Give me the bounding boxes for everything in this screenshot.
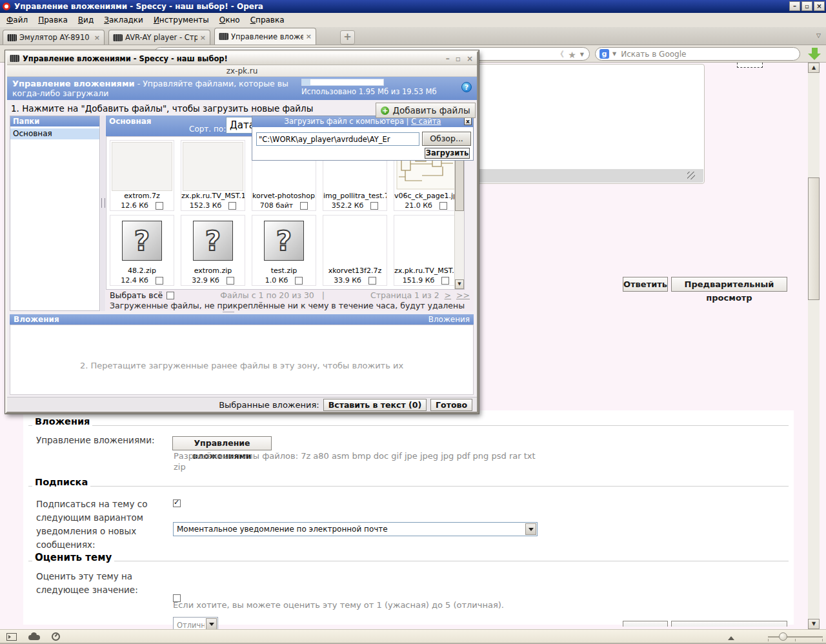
minimize-button[interactable]: –	[789, 1, 800, 11]
folder-item-main[interactable]: Основная	[10, 128, 99, 139]
browser-tab[interactable]: Управление вложениям...×	[214, 28, 316, 45]
scrollbar-thumb[interactable]	[808, 177, 820, 300]
insert-into-text-button[interactable]: Вставить в текст (0)	[323, 399, 427, 411]
opera-unite-icon[interactable]	[28, 635, 40, 640]
rating-legend: Оценить тему	[32, 552, 114, 563]
popup-header-title: Управление вложениями	[12, 79, 135, 88]
file-checkbox[interactable]	[156, 202, 163, 210]
step2-instruction: 2. Перетащите загруженные ранее файлы в …	[10, 361, 473, 370]
tab-close-icon[interactable]: ×	[200, 34, 206, 42]
menu-item[interactable]: Вид	[74, 14, 100, 26]
file-checkbox[interactable]	[295, 277, 303, 285]
search-engine-dropdown-icon[interactable]: ▼	[612, 51, 616, 57]
usage-text: Использовано 1.95 Мб из 19.53 Мб	[301, 87, 454, 96]
close-button[interactable]: ×	[814, 1, 825, 11]
file-checkbox[interactable]	[228, 202, 236, 210]
file-checkbox[interactable]	[227, 277, 234, 285]
dialog-title-separator: |	[404, 117, 411, 126]
page-scrollbar[interactable]: ▲ ▼	[808, 63, 820, 629]
done-button[interactable]: Готово	[430, 399, 472, 411]
file-name: zx.pk.ru.TV_MST.1	[394, 267, 458, 275]
folders-panel: Папки Основная	[10, 116, 100, 311]
maximize-button[interactable]: ▫	[801, 1, 812, 11]
panels-toggle-icon[interactable]	[6, 633, 17, 641]
popup-maximize-icon[interactable]: ▫	[456, 54, 461, 63]
tab-close-icon[interactable]: ×	[94, 34, 100, 42]
address-dropdown-icon[interactable]: ▼	[580, 52, 584, 57]
upload-button[interactable]: Загрузить	[425, 148, 470, 159]
file-cell[interactable]: zx.pk.ru.TV_MST.1152.3 Кб	[181, 140, 245, 211]
help-icon[interactable]: ?	[461, 82, 472, 92]
browser-tab[interactable]: Эмулятор AY-8910 на А...×	[3, 30, 105, 45]
add-files-button[interactable]: + Добавить файлы	[376, 103, 476, 118]
menu-item[interactable]: Окно	[216, 14, 247, 26]
download-arrow-icon[interactable]	[807, 46, 823, 61]
last-page-link[interactable]: >>	[456, 290, 470, 300]
browser-tab[interactable]: AVR-AY player - Страни...×	[108, 30, 210, 45]
search-field[interactable]: g ▼	[595, 47, 800, 61]
notification-select-value: Моментальное уведомление по электронной …	[177, 525, 524, 534]
notification-select[interactable]: Моментальное уведомление по электронной …	[173, 522, 538, 536]
file-checkbox[interactable]	[156, 277, 163, 285]
file-thumbnail	[112, 142, 172, 191]
subscription-checkbox[interactable]	[173, 499, 181, 507]
textarea-resize-handle[interactable]	[687, 172, 695, 179]
preview-button[interactable]: Предварительный просмотр	[671, 277, 787, 292]
file-checkbox[interactable]	[370, 202, 378, 210]
file-size: 12.6 Кб	[121, 201, 148, 210]
menu-item[interactable]: Файл	[3, 14, 34, 26]
zoom-slider-knob[interactable]	[779, 632, 787, 641]
attachments-bar-link[interactable]: Вложения	[428, 315, 470, 324]
popup-minimize-icon[interactable]: –	[446, 54, 450, 63]
files-range-text: Файлы с 1 по 20 из 30	[220, 290, 314, 300]
splitter-handle-icon[interactable]	[101, 198, 105, 208]
rss-icon[interactable]: 》	[556, 49, 564, 60]
reply-button[interactable]: Ответить	[623, 277, 668, 292]
browse-button[interactable]: Обзор...	[422, 132, 471, 146]
grid-scroll-down-icon[interactable]: ▼	[455, 279, 464, 289]
file-cell[interactable]: extrom.7z12.6 Кб	[110, 140, 174, 211]
menu-item[interactable]: Правка	[34, 14, 74, 26]
file-cell[interactable]: ?extrom.zip32.9 Кб	[181, 215, 245, 286]
select-all-checkbox[interactable]	[166, 292, 174, 299]
fit-width-icon[interactable]	[728, 636, 734, 640]
dialog-close-icon[interactable]: x	[464, 117, 472, 125]
attachment-drop-zone[interactable]: 2. Перетащите загруженные ранее файлы в …	[10, 325, 474, 395]
file-name: 48.2.zip	[110, 267, 174, 275]
bottom-preview-button[interactable]	[671, 621, 787, 627]
popup-close-icon[interactable]: ×	[467, 54, 473, 63]
new-tab-button[interactable]: +	[340, 30, 355, 45]
select-arrow-icon[interactable]	[525, 523, 536, 535]
panel-splitter[interactable]	[101, 116, 105, 311]
tab-close-icon[interactable]: ×	[306, 32, 312, 41]
file-cell[interactable]: zx.pk.ru.TV_MST.1151.9 Кб	[394, 215, 458, 286]
file-checkbox[interactable]	[368, 277, 376, 285]
tab-bar: Эмулятор AY-8910 на А...×AVR-AY player -…	[0, 27, 826, 45]
menu-item[interactable]: Закладки	[100, 14, 150, 26]
from-site-link[interactable]: С сайта	[411, 117, 441, 126]
popup-titlebar[interactable]: Управление вложениями - Speccy - наш выб…	[7, 52, 477, 65]
rating-select-value: Отлично	[177, 621, 205, 630]
bottom-reply-button[interactable]	[623, 621, 668, 627]
next-page-link[interactable]: >	[445, 290, 451, 300]
zoom-slider-track[interactable]	[768, 636, 823, 638]
file-path-input[interactable]	[256, 132, 419, 146]
file-cell[interactable]: xkorvet13f2.7z33.9 Кб	[323, 215, 387, 286]
file-cell[interactable]: ?48.2.zip12.4 Кб	[110, 215, 174, 286]
file-size-row: 1.0 Кб	[252, 276, 316, 285]
opera-logo-icon	[3, 3, 10, 10]
tab-overflow-icon[interactable]: ▽	[816, 32, 821, 39]
file-checkbox[interactable]	[441, 277, 449, 285]
manage-attachments-button[interactable]: Управление вложениями	[172, 436, 272, 450]
search-input[interactable]	[620, 49, 796, 59]
file-checkbox[interactable]	[300, 202, 308, 210]
scroll-up-icon[interactable]: ▲	[808, 63, 820, 73]
file-cell[interactable]: ?test.zip1.0 Кб	[252, 215, 316, 286]
file-checkbox[interactable]	[439, 202, 447, 210]
file-name: xkorvet13f2.7z	[323, 267, 387, 275]
opera-turbo-icon[interactable]	[52, 632, 60, 641]
scroll-down-icon[interactable]: ▼	[808, 619, 820, 629]
bookmark-star-icon[interactable]: ★	[568, 50, 576, 60]
menu-item[interactable]: Инструменты	[150, 14, 216, 26]
menu-item[interactable]: Справка	[247, 14, 291, 26]
